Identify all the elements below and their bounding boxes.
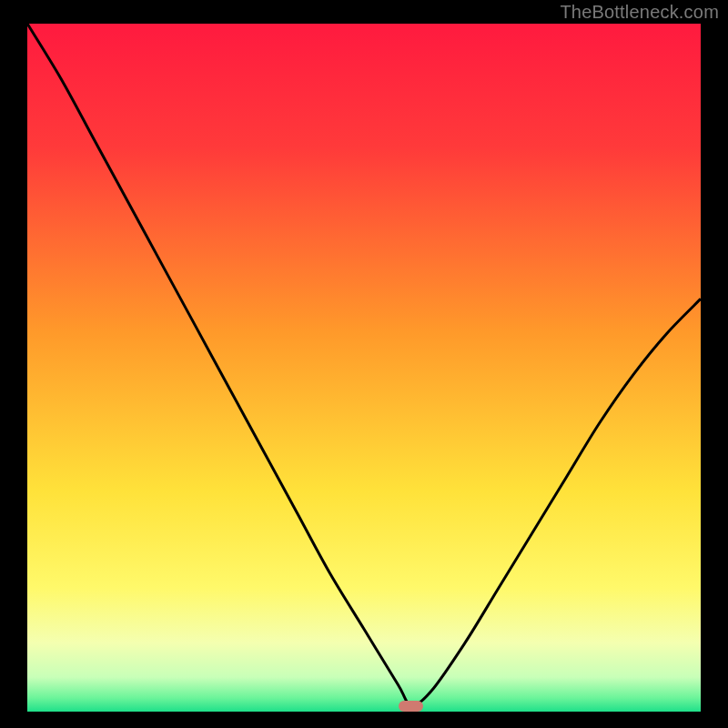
watermark-text: TheBottleneck.com [560, 2, 719, 23]
bottleneck-curve [27, 24, 701, 712]
optimum-marker [399, 701, 423, 712]
stage: TheBottleneck.com [0, 0, 728, 728]
plot-frame [0, 0, 728, 728]
plot-area [27, 24, 701, 712]
